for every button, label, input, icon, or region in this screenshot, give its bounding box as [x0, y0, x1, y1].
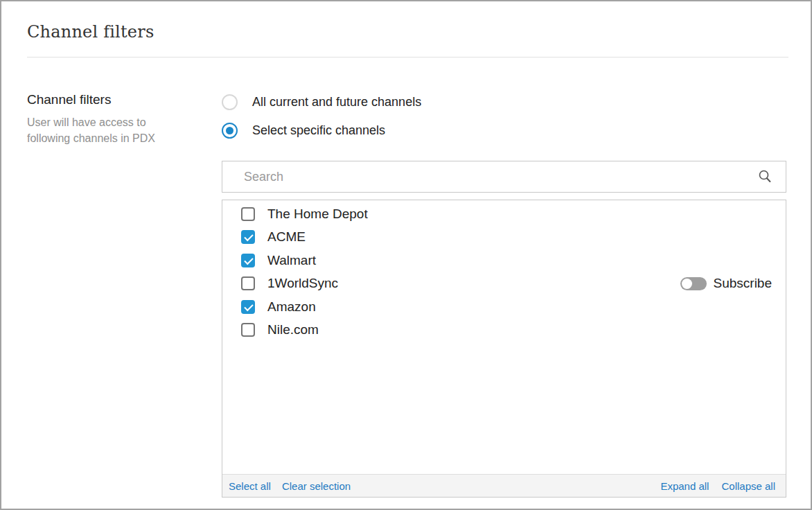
radio-button[interactable]: [222, 94, 238, 110]
search-box[interactable]: [222, 161, 786, 193]
channel-label[interactable]: 1WorldSync: [267, 276, 338, 291]
search-input[interactable]: [244, 170, 757, 184]
page-title: Channel filters: [27, 22, 154, 42]
checkbox-walmart[interactable]: [241, 254, 255, 267]
checkbox-amazon[interactable]: [241, 300, 255, 314]
checkbox-nile-com[interactable]: [241, 323, 255, 337]
subscribe-control: Subscribe: [680, 276, 773, 291]
footer-right-actions: Expand all Collapse all: [660, 480, 775, 492]
search-icon[interactable]: [757, 168, 773, 185]
channel-label[interactable]: ACME: [267, 229, 306, 245]
checkbox-acme[interactable]: [241, 230, 255, 244]
channel-row: The Home Depot: [222, 202, 786, 226]
clear-selection-link[interactable]: Clear selection: [282, 480, 351, 492]
radio-button[interactable]: [222, 123, 238, 139]
channel-label[interactable]: The Home Depot: [267, 206, 368, 222]
channel-label[interactable]: Walmart: [267, 253, 316, 268]
select-all-link[interactable]: Select all: [229, 480, 271, 492]
sidebar: Channel filters User will have access to…: [27, 92, 200, 146]
channel-label[interactable]: Nile.com: [267, 322, 319, 337]
title-divider: [27, 57, 788, 58]
channel-row: Walmart: [222, 249, 786, 272]
channel-label[interactable]: Amazon: [267, 299, 316, 315]
channel-list: The Home Depot ACME Walmart 1WorldSync S…: [222, 200, 786, 498]
radio-option-select-specific[interactable]: Select specific channels: [222, 116, 786, 145]
radio-option-label[interactable]: All current and future channels: [252, 95, 421, 109]
collapse-all-link[interactable]: Collapse all: [721, 480, 775, 492]
radio-option-label[interactable]: Select specific channels: [252, 123, 385, 138]
sidebar-section-description: User will have access to following chann…: [27, 114, 163, 146]
channel-row: ACME: [222, 226, 786, 249]
checkbox-1worldsync[interactable]: [241, 276, 255, 290]
subscribe-toggle[interactable]: [680, 277, 707, 290]
footer-left-actions: Select all Clear selection: [229, 480, 351, 492]
channel-row: 1WorldSync Subscribe: [222, 272, 786, 296]
channel-filters-panel: Channel filters Channel filters User wil…: [0, 0, 812, 510]
main-content: All current and future channels Select s…: [222, 88, 786, 498]
checkbox-the-home-depot[interactable]: [241, 207, 255, 221]
expand-all-link[interactable]: Expand all: [660, 480, 709, 492]
subscribe-toggle-label: Subscribe: [714, 276, 773, 291]
radio-option-all-channels[interactable]: All current and future channels: [222, 88, 786, 116]
channel-row: Amazon: [222, 295, 786, 319]
list-footer: Select all Clear selection Expand all Co…: [222, 474, 786, 497]
channel-row: Nile.com: [222, 319, 786, 342]
sidebar-section-label: Channel filters: [27, 92, 200, 107]
